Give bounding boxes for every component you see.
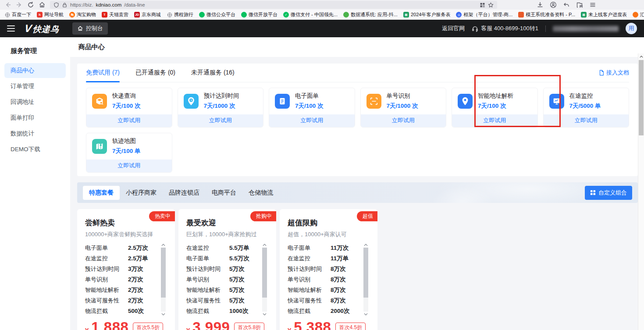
bookmark-item[interactable]: 数据通系统: 应用-抖... (343, 11, 398, 18)
home-icon[interactable] (39, 1, 46, 8)
package-tab-brand-chain[interactable]: 品牌连锁店 (163, 186, 206, 200)
list-item: 电子面单2.5万次 (85, 243, 157, 253)
price-value: 1,888 (91, 319, 128, 330)
map-icon (92, 139, 107, 154)
sidebar-toggle-icon[interactable] (7, 25, 15, 32)
chevron-down-icon (364, 313, 368, 316)
site-icon: ◎ (456, 12, 462, 18)
grid-icon (590, 190, 596, 195)
list-item: 电子面单5.5万次 (186, 253, 259, 264)
scrollbar-thumb[interactable] (639, 60, 644, 135)
bookmark-item[interactable]: h网址导航 (37, 11, 64, 18)
list-item: 快递可服务性5万次 (186, 295, 259, 306)
list-item: 预计达到时间8万次 (288, 264, 360, 274)
tab-free-trial[interactable]: 免费试用 (7) (86, 69, 120, 77)
url-bar[interactable]: https://biz.kdniao.com/data-line (50, 1, 497, 9)
downloads-icon[interactable] (537, 1, 544, 8)
wechat-icon (199, 12, 205, 18)
hot-sale-badge: 热卖中 (149, 211, 175, 221)
page-title: 商品中心 (70, 37, 644, 57)
sidebar-item-product-center[interactable]: 商品中心 (4, 63, 66, 78)
tab-activated[interactable]: 已开通服务 (0) (135, 69, 175, 77)
qr-code-icon[interactable] (480, 2, 485, 8)
try-now-button[interactable]: 立即试用 (269, 114, 355, 127)
price-value: 5,388 (294, 319, 331, 330)
back-to-site-link[interactable]: 返回官网 (442, 25, 465, 32)
extensions-icon[interactable] (576, 1, 583, 8)
lock-icon[interactable] (62, 2, 68, 8)
list-item: 单号识别2万次 (85, 274, 157, 285)
try-now-button[interactable]: 立即试用 (361, 114, 446, 127)
url-domain: kdniao.com (96, 2, 121, 7)
service-phone[interactable]: 客服 400-8699-100转1 (472, 25, 538, 32)
package-tab-mini-program[interactable]: 小程序商家 (120, 186, 163, 200)
bookmark-item[interactable]: JD京东商城 (134, 11, 161, 18)
kdniao-logo[interactable]: V快递鸟 (25, 22, 59, 35)
wechat-icon (241, 12, 247, 18)
bookmark-item[interactable]: ▦未上线客户进度表 (581, 11, 627, 18)
sidebar-item-waybill-print[interactable]: 面单打印 (4, 110, 66, 125)
forward-icon[interactable] (16, 1, 23, 8)
bookmark-item[interactable]: 百度一下 (4, 11, 31, 18)
shield-icon[interactable] (53, 2, 59, 8)
currency-symbol: ¥ (85, 326, 89, 330)
list-item: 在途监控11万单 (288, 253, 360, 264)
docs-link[interactable]: 接入文档 (598, 69, 629, 77)
try-now-button[interactable]: 立即试用 (86, 160, 172, 172)
package-search-icon (92, 94, 107, 109)
sidebar-item-callback[interactable]: 回调地址 (4, 95, 66, 110)
bookmark-item[interactable]: 微信公众平台 (199, 11, 235, 18)
page-scrollbar[interactable] (638, 53, 644, 330)
scroll-up-arrow[interactable] (638, 53, 644, 60)
bookmark-item[interactable]: T天猫直营 (102, 11, 128, 18)
list-scrollbar[interactable] (262, 244, 267, 316)
list-item: 智能地址解析2万次 (85, 285, 157, 295)
list-scrollbar[interactable] (363, 244, 369, 316)
try-now-button[interactable]: 立即试用 (452, 114, 537, 127)
scan-icon (366, 94, 381, 109)
bookmark-item[interactable]: 携程旅行 (167, 11, 193, 18)
site-icon: T (102, 12, 107, 18)
currency-symbol: ¥ (288, 326, 291, 330)
reload-icon[interactable] (27, 1, 34, 8)
custom-combo-button[interactable]: 自定义组合 (585, 186, 632, 200)
bookmark-item[interactable]: 汇聚支付 (633, 11, 644, 18)
sidebar-title: 服务管理 (0, 37, 70, 62)
list-scrollbar[interactable] (160, 244, 166, 316)
site-icon (633, 12, 638, 18)
try-now-button[interactable]: 立即试用 (544, 114, 629, 127)
history-back-icon[interactable] (563, 1, 570, 8)
bookmark-item[interactable]: 模王系统准备资料 - P... (518, 11, 575, 18)
package-tab-ecommerce[interactable]: 电商平台 (206, 186, 242, 200)
sidebar-item-demo-download[interactable]: DEMO下载 (4, 142, 66, 157)
package-tab-warehouse-logistics[interactable]: 仓储物流 (242, 186, 279, 200)
pricing-card-value: 超值 超值限购 超值，10000+商家认可 电子面单11万次 在途监控11万单 … (280, 209, 377, 330)
menu-icon[interactable] (589, 1, 596, 8)
bookmark-item[interactable]: ◎框架（平台）管理-商... (456, 11, 512, 18)
tab-not-activated[interactable]: 未开通服务 (16) (191, 69, 235, 77)
console-button[interactable]: 控制台 (72, 22, 108, 35)
chevron-down-icon (263, 313, 267, 316)
back-icon[interactable] (4, 1, 11, 8)
bookmark-item[interactable]: ✓微信支付 - 中国领先... (283, 11, 338, 18)
list-item: 物流拦截2000次 (288, 306, 360, 316)
document-icon (598, 70, 605, 76)
bookmark-star-icon[interactable] (488, 2, 494, 8)
services-panel: 免费试用 (7) 已开通服务 (0) 未开通服务 (16) 接入文档 快递查询7… (77, 64, 638, 176)
discount-badge: 首次5.5折 (133, 323, 163, 330)
bookmark-item[interactable]: ▦2024年客户服务表 (403, 11, 450, 18)
browser-toolbar: https://biz.kdniao.com/data-line (0, 0, 644, 10)
list-item: 智能地址解析5万次 (186, 285, 259, 295)
try-now-button[interactable]: 立即试用 (86, 114, 172, 127)
sidebar-item-orders[interactable]: 订单管理 (4, 79, 66, 94)
discount-badge: 首次4.5折 (335, 323, 366, 330)
sidebar: 服务管理 商品中心 订单管理 回调地址 面单打印 数据统计 DEMO下载 (0, 37, 70, 330)
account-icon[interactable] (550, 1, 557, 8)
bookmark-item[interactable]: 微信开放平台 (241, 11, 278, 18)
try-now-button[interactable]: 立即试用 (178, 114, 263, 127)
bookmark-item[interactable]: 淘淘宝购物 (69, 11, 96, 18)
avatar[interactable]: 用 (626, 23, 637, 34)
sidebar-item-statistics[interactable]: 数据统计 (4, 126, 66, 141)
service-card-eta: 预计达到时间7天/1000 次 立即试用 (178, 88, 264, 128)
package-tab-special-offer[interactable]: 特惠套餐 (83, 186, 120, 200)
